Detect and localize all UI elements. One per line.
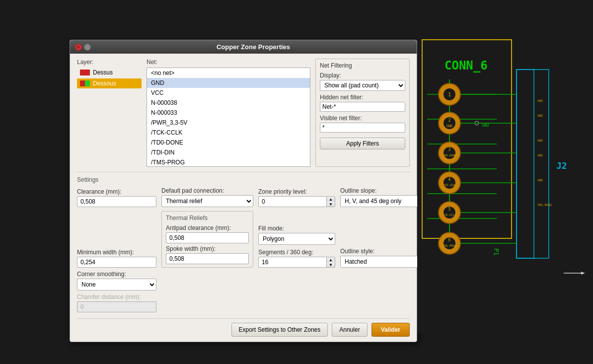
net-item-pwr[interactable]: /PWR_3,3-5V	[147, 118, 310, 128]
apply-filters-button[interactable]: Apply Filters	[320, 138, 405, 149]
net-item-gnd[interactable]: GND	[147, 78, 310, 88]
zone-priority-down[interactable]: ▼	[327, 202, 335, 207]
svg-text:6: 6	[448, 238, 451, 242]
svg-text:TD0-DONE: TD0-DONE	[443, 153, 457, 157]
default-pad-select[interactable]: Thermal relief Solid None	[161, 195, 253, 207]
display-filter-row: Display: Show all (pad count)	[320, 72, 405, 91]
segments-spinner-btns: ▲ ▼	[326, 257, 335, 267]
clearance-input[interactable]	[77, 196, 156, 207]
svg-text:CONN_6: CONN_6	[445, 59, 488, 73]
net-item-n000038[interactable]: N-000038	[147, 98, 310, 108]
bottom-buttons: Export Settings to Other Zones Annuler V…	[77, 318, 410, 337]
layer-section: Layer: Dessus Dessous	[77, 59, 142, 167]
net-item-td0[interactable]: /TD0-DONE	[147, 138, 310, 147]
segments-input[interactable]	[259, 257, 326, 267]
net-label: Net:	[147, 59, 310, 66]
segments-up[interactable]: ▲	[327, 257, 335, 262]
display-select[interactable]: Show all (pad count)	[320, 80, 405, 91]
svg-text:GND: GND	[482, 123, 489, 128]
minimize-button[interactable]	[84, 44, 91, 51]
svg-text:2: 2	[448, 118, 451, 123]
thermal-reliefs-box: Thermal Reliefs Antipad clearance (mm): …	[161, 211, 253, 268]
cancel-button[interactable]: Annuler	[332, 323, 367, 337]
zone-priority-group: Zone priority level: ▲ ▼	[258, 188, 335, 207]
antipad-input[interactable]	[166, 232, 249, 243]
net-list[interactable]: <no net> GND VCC N-000038 N-000033 /PWR_…	[147, 68, 310, 167]
title-bar: ✕ Copper Zone Properties	[70, 40, 417, 54]
net-item-tck[interactable]: /TCK-CCLK	[147, 128, 310, 138]
net-item-vcc[interactable]: VCC	[147, 88, 310, 98]
export-button[interactable]: Export Settings to Other Zones	[231, 323, 328, 337]
svg-text:TCK-CCLK: TCK-CCLK	[443, 213, 457, 217]
svg-text:GND: GND	[537, 178, 543, 182]
zone-priority-spinner-btns: ▲ ▼	[326, 197, 335, 207]
hidden-net-input[interactable]	[320, 102, 405, 112]
svg-text:1: 1	[448, 92, 451, 97]
net-filter-title: Net Filtering	[320, 62, 405, 69]
fill-mode-label: Fill mode:	[258, 225, 335, 232]
thermal-reliefs-title: Thermal Reliefs	[166, 215, 249, 221]
dialog-body: Layer: Dessus Dessous Net: <no net> GND …	[70, 54, 417, 342]
pcb-area: CONN_6 1 2 GND 3 TD0-DONE 4 TDI-DIN	[417, 30, 593, 333]
svg-rect-35	[517, 70, 536, 258]
settings-row-2: Minimum width (mm): Thermal Reliefs Anti…	[77, 210, 410, 268]
layer-color-dessus	[80, 70, 90, 75]
visible-net-input[interactable]	[320, 123, 405, 133]
visible-net-label: Visible net filter:	[320, 115, 405, 122]
svg-text:GND: GND	[537, 139, 543, 142]
settings-section: Settings Clearance (mm): Default pad con…	[77, 172, 410, 312]
zone-priority-input[interactable]	[259, 197, 326, 207]
ok-button[interactable]: Valider	[371, 323, 410, 337]
layer-item-dessous[interactable]: Dessous	[77, 78, 142, 88]
clearance-label: Clearance (mm):	[77, 188, 156, 195]
antipad-label: Antipad clearance (mm):	[166, 224, 249, 231]
hidden-net-row: Hidden net filter:	[320, 94, 405, 112]
svg-text:TDI-DIN: TDI-DIN	[443, 183, 456, 187]
segments-spinner[interactable]: ▲ ▼	[258, 257, 335, 268]
net-item-tdi[interactable]: /TDI-DIN	[147, 147, 310, 157]
svg-text:GND: GND	[537, 153, 543, 157]
svg-text:3: 3	[448, 147, 451, 152]
chamfer-input	[77, 301, 156, 312]
layer-item-dessus[interactable]: Dessus	[77, 68, 142, 77]
layer-name-dessus: Dessus	[93, 69, 113, 76]
svg-text:J2: J2	[556, 160, 567, 171]
visible-net-row: Visible net filter:	[320, 115, 405, 133]
segments-down[interactable]: ▼	[327, 262, 335, 267]
svg-text:GND: GND	[537, 114, 543, 117]
spoke-label: Spoke width (mm):	[166, 245, 249, 252]
fill-mode-select[interactable]: Polygon Hatched	[258, 233, 335, 245]
min-width-label: Minimum width (mm):	[77, 249, 156, 256]
top-section: Layer: Dessus Dessous Net: <no net> GND …	[77, 59, 410, 167]
net-item-nonet[interactable]: <no net>	[147, 68, 310, 78]
settings-row-1: Clearance (mm): Default pad connection: …	[77, 187, 410, 207]
settings-title: Settings	[77, 176, 410, 183]
layer-name-dessous: Dessous	[93, 80, 116, 87]
net-item-n000033[interactable]: N-000033	[147, 108, 310, 118]
svg-text:TMS-PROG: TMS-PROG	[443, 244, 457, 247]
settings-row-3: Corner smoothing: None Chamfer Fillet Ch…	[77, 271, 410, 312]
corner-smoothing-select[interactable]: None Chamfer Fillet	[77, 279, 156, 291]
corner-smoothing-label: Corner smoothing:	[77, 271, 156, 278]
dialog: ✕ Copper Zone Properties Layer: Dessus D…	[70, 40, 417, 342]
segments-label: Segments / 360 deg:	[258, 249, 335, 256]
zone-priority-up[interactable]: ▲	[327, 197, 335, 202]
svg-text:4: 4	[448, 177, 451, 182]
window-controls: ✕	[75, 44, 91, 51]
min-width-input[interactable]	[77, 257, 156, 268]
chamfer-label: Chamfer distance (mm):	[77, 293, 156, 300]
spoke-input[interactable]	[166, 253, 249, 264]
corner-smoothing-group: Corner smoothing: None Chamfer Fillet Ch…	[77, 271, 156, 312]
layer-label: Layer:	[77, 59, 142, 66]
svg-text:TMS-PROG: TMS-PROG	[537, 203, 552, 207]
svg-text:5: 5	[448, 207, 451, 212]
net-filter-section: Net Filtering Display: Show all (pad cou…	[315, 59, 410, 167]
net-item-tms[interactable]: /TMS-PROG	[147, 157, 310, 167]
default-pad-group: Default pad connection: Thermal relief S…	[161, 187, 253, 207]
hidden-net-label: Hidden net filter:	[320, 94, 405, 101]
layer-color-dessous	[80, 80, 90, 86]
antipad-group: Antipad clearance (mm):	[166, 224, 249, 243]
close-button[interactable]: ✕	[75, 44, 82, 51]
zone-priority-spinner[interactable]: ▲ ▼	[258, 196, 335, 207]
clearance-group: Clearance (mm):	[77, 188, 156, 207]
